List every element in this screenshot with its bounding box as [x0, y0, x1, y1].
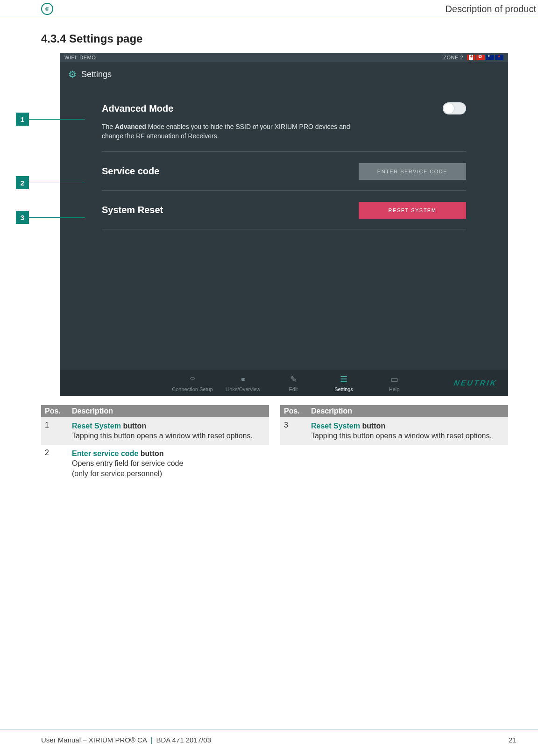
- app-title-row: ⚙ Settings: [60, 62, 508, 91]
- table-header: Pos. Description: [280, 405, 508, 417]
- desc-body: Tapping this button opens a window with …: [72, 432, 253, 440]
- app-status-bar: WIFI: DEMO ZONE 2: [60, 53, 508, 62]
- footer-doc-info: User Manual – XIRIUM PRO® CA | BDA 471 2…: [41, 736, 211, 744]
- toggle-knob-icon: [444, 103, 454, 114]
- brand-logo-text: NEUTRIK: [453, 379, 497, 387]
- app-bottom-nav: ⌔ Connection Setup ⚭ Links/Overview ✎ Ed…: [60, 370, 508, 396]
- description-tables: Pos. Description 1 Reset System button T…: [41, 405, 508, 483]
- nav-label: Links/Overview: [226, 386, 261, 392]
- nav-help[interactable]: ▭ Help: [369, 374, 419, 392]
- header-desc: Description: [68, 405, 269, 417]
- page-footer: User Manual – XIRIUM PRO® CA | BDA 471 2…: [0, 729, 538, 744]
- flag-ca-icon: [467, 55, 475, 60]
- footer-separator: |: [149, 736, 154, 744]
- settings-icon: ☰: [319, 374, 369, 385]
- desc-text: The: [102, 123, 115, 130]
- desc-title-colored: Reset System: [311, 422, 360, 430]
- desc-title-rest: button: [121, 422, 146, 430]
- wifi-icon: ⌔: [167, 375, 218, 385]
- table-row: 3 Reset System button Tapping this butto…: [280, 417, 508, 445]
- page-header: ® Description of product: [0, 0, 538, 18]
- header-desc: Description: [307, 405, 508, 417]
- brand-logo-icon: ®: [41, 3, 53, 15]
- app-content: Advanced Mode The Advanced Mode enables …: [60, 91, 508, 370]
- callout-badge: 2: [16, 176, 29, 189]
- nav-edit[interactable]: ✎ Edit: [268, 374, 319, 392]
- desc-body: (only for service personnel): [72, 470, 162, 478]
- header-section-label: Description of product: [445, 4, 536, 14]
- zone-label: ZONE 2: [443, 55, 463, 60]
- nav-label: Help: [389, 386, 400, 392]
- nav-label: Connection Setup: [172, 386, 212, 392]
- desc-title-rest: button: [360, 422, 385, 430]
- nav-links-overview[interactable]: ⚭ Links/Overview: [218, 374, 268, 392]
- description-table-right: Pos. Description 3 Reset System button T…: [280, 405, 508, 483]
- callout-layer: 1 2 3: [16, 53, 41, 396]
- help-icon: ▭: [369, 374, 419, 385]
- setting-system-reset: System Reset RESET SYSTEM: [102, 191, 466, 229]
- system-reset-title: System Reset: [102, 205, 163, 215]
- table-row: 2 Enter service code button Opens entry …: [41, 445, 269, 483]
- nav-settings[interactable]: ☰ Settings: [319, 374, 369, 392]
- page-number: 21: [509, 736, 517, 744]
- callout-leader-line: [29, 119, 85, 120]
- setting-advanced-mode: Advanced Mode The Advanced Mode enables …: [102, 91, 466, 152]
- content-spacer: [102, 229, 466, 370]
- app-title: Settings: [81, 70, 112, 79]
- cell-desc: Reset System button Tapping this button …: [307, 417, 508, 445]
- footer-product: User Manual – XIRIUM PRO® CA: [41, 736, 147, 744]
- desc-title-colored: Enter service code: [72, 449, 138, 457]
- links-icon: ⚭: [218, 374, 268, 385]
- desc-title-rest: button: [138, 449, 163, 457]
- callout-1: 1: [16, 113, 85, 126]
- nav-label: Settings: [334, 386, 353, 392]
- section-title: 4.3.4 Settings page: [41, 32, 538, 45]
- header-pos: Pos.: [41, 405, 68, 417]
- callout-badge: 3: [16, 211, 29, 224]
- enter-service-code-button[interactable]: ENTER SERVICE CODE: [359, 163, 466, 180]
- advanced-mode-toggle[interactable]: [443, 102, 466, 114]
- desc-body: Opens entry field for service code: [72, 459, 183, 467]
- cell-pos: 3: [280, 417, 307, 445]
- table-header: Pos. Description: [41, 405, 269, 417]
- callout-leader-line: [29, 217, 85, 218]
- flag-nz-icon: [495, 55, 503, 60]
- service-code-title: Service code: [102, 166, 159, 177]
- footer-docid: BDA 471 2017/03: [156, 736, 211, 744]
- setting-service-code: Service code ENTER SERVICE CODE: [102, 152, 466, 191]
- nav-connection-setup[interactable]: ⌔ Connection Setup: [167, 375, 218, 392]
- advanced-mode-title: Advanced Mode: [102, 103, 173, 114]
- wifi-status-label: WIFI: DEMO: [64, 55, 96, 60]
- flag-hk-icon: [476, 55, 485, 60]
- desc-text-bold: Advanced: [115, 123, 146, 130]
- region-flags: [467, 55, 503, 60]
- edit-icon: ✎: [268, 374, 319, 385]
- callout-leader-line: [29, 183, 85, 183]
- header-pos: Pos.: [280, 405, 307, 417]
- sliders-icon: ⚙: [68, 69, 75, 80]
- flag-au-icon: [486, 55, 494, 60]
- reset-system-button[interactable]: RESET SYSTEM: [359, 202, 466, 219]
- table-row: 1 Reset System button Tapping this butto…: [41, 417, 269, 445]
- cell-desc: Reset System button Tapping this button …: [68, 417, 269, 445]
- cell-desc: Enter service code button Opens entry fi…: [68, 445, 269, 483]
- callout-badge: 1: [16, 113, 29, 126]
- cell-pos: 1: [41, 417, 68, 445]
- screenshot-container: 1 2 3 WIFI: DEMO ZONE 2: [41, 53, 508, 396]
- cell-pos: 2: [41, 445, 68, 483]
- nav-label: Edit: [289, 386, 298, 392]
- callout-2: 2: [16, 176, 85, 189]
- callout-3: 3: [16, 211, 85, 224]
- advanced-mode-desc: The Advanced Mode enables you to hide th…: [102, 122, 363, 141]
- app-screenshot: WIFI: DEMO ZONE 2 ⚙ Settings Advanced Mo…: [60, 53, 508, 396]
- status-right-group: ZONE 2: [443, 55, 503, 60]
- desc-title-colored: Reset System: [72, 422, 121, 430]
- desc-body: Tapping this button opens a window with …: [311, 432, 492, 440]
- description-table-left: Pos. Description 1 Reset System button T…: [41, 405, 269, 483]
